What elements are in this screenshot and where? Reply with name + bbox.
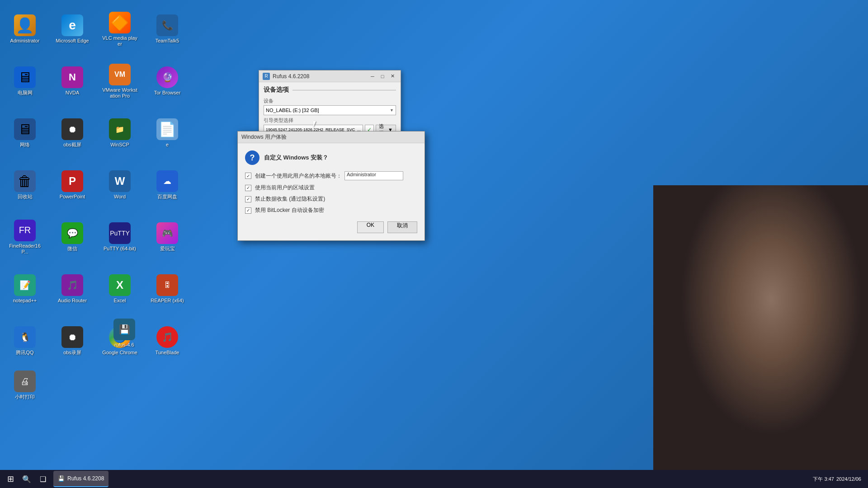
obs-jiequ-label: obs截屏 — [63, 142, 81, 148]
obs-rec-icon: ⏺ — [61, 326, 83, 348]
rufus-titlebar[interactable]: R Rufus 4.6.2208 ─ □ ✕ — [259, 70, 401, 82]
icon-tuneblade[interactable]: 🎵 TuneBlade — [147, 316, 188, 366]
icon-appgame[interactable]: 🎮 爱玩宝 — [147, 212, 188, 262]
icon-obs-rec[interactable]: ⏺ obs录屏 — [52, 316, 93, 366]
word-label: Word — [114, 194, 126, 200]
icon-network[interactable]: 🖥 网络 — [5, 108, 45, 158]
notepad-icon: 📝 — [14, 274, 36, 296]
win-ux-checkbox-4[interactable] — [245, 207, 251, 214]
notepad-label: notepad++ — [13, 298, 37, 304]
rufus-maximize-btn[interactable]: □ — [378, 72, 387, 80]
taskbar-taskview-btn[interactable]: ❑ — [35, 471, 51, 487]
taskbar-apps: 💾 Rufus 4.6.2208 — [53, 471, 108, 487]
icon-diannao-wangzhan[interactable]: 🖥 电脑网 — [5, 56, 45, 106]
win-ux-cancel-btn[interactable]: 取消 — [387, 221, 417, 233]
nvda-label: NVDA — [66, 90, 80, 96]
icon-putty[interactable]: PuTTY PuTTY (64-bit) — [99, 212, 140, 262]
taskbar-date: 2024/12/06 — [836, 476, 861, 482]
icon-rufus-desktop[interactable]: 💾 rufus-4.6 — [104, 316, 145, 350]
icon-microsoft-edge[interactable]: e Microsoft Edge — [52, 5, 93, 54]
win-ux-checkbox-1[interactable] — [245, 173, 251, 179]
chrome-label: Google Chrome — [102, 350, 137, 356]
icon-notepad-pp[interactable]: 📝 notepad++ — [5, 264, 45, 314]
rufus-desktop-label: rufus-4.6 — [114, 342, 134, 348]
diannaowang-label: 电脑网 — [18, 90, 33, 96]
taskbar-rufus-app[interactable]: 💾 Rufus 4.6.2208 — [53, 471, 108, 487]
win-ux-option-3: 禁止数据收集 (通过隐私设置) — [245, 195, 417, 203]
reaper-label: REAPER (x64) — [151, 298, 184, 304]
icon-reaper[interactable]: 🎛 REAPER (x64) — [147, 264, 188, 314]
icon-excel[interactable]: X Excel — [99, 264, 140, 314]
taskbar-search-btn[interactable]: 🔍 — [19, 471, 35, 487]
icon-finereader[interactable]: FR FineReader16P... — [5, 212, 45, 262]
edge-label: Microsoft Edge — [56, 38, 89, 44]
rufus-desktop-icon: 💾 — [113, 319, 135, 340]
network-label: 网络 — [20, 142, 30, 148]
ppt-icon: P — [61, 170, 83, 192]
trash-icon: 🗑 — [14, 170, 36, 192]
audiorouter-label: Audio Router — [58, 298, 87, 304]
win-ux-option-1: 创建一个使用此用户名的本地账号： Administrator — [245, 171, 417, 180]
taskbar-start-btn[interactable]: ⊞ — [2, 471, 19, 487]
rufus-window-controls: ─ □ ✕ — [368, 72, 397, 80]
wechat-label: 微信 — [67, 246, 77, 252]
vlc-icon: 🔶 — [109, 12, 131, 33]
rufus-device-select[interactable]: NO_LABEL (E:) [32 GB] ▼ — [264, 105, 396, 115]
win-ux-ok-btn[interactable]: OK — [357, 221, 384, 233]
icon-nvda[interactable]: N NVDA — [52, 56, 93, 106]
icon-audio-router[interactable]: 🎵 Audio Router — [52, 264, 93, 314]
icon-placeholder-e[interactable]: 📄 e — [147, 108, 188, 158]
icon-qqchat[interactable]: 🐧 腾讯QQ — [5, 316, 45, 366]
win-ux-question-icon: ? — [245, 150, 259, 165]
finereader-icon: FR — [14, 220, 36, 241]
excel-icon: X — [109, 274, 131, 296]
printer-label: 小时打印 — [15, 394, 35, 400]
win-ux-options: 创建一个使用此用户名的本地账号： Administrator 使用当前用户的区域… — [245, 171, 417, 214]
win-ux-dialog: Windows 用户体验 ? 自定义 Windows 安装？ 创建一个使用此用户… — [237, 131, 425, 241]
win-ux-option3-label: 禁止数据收集 (通过隐私设置) — [255, 195, 325, 203]
icon-vmware[interactable]: VM VMware Workstation Pro — [99, 56, 140, 106]
icon-printer[interactable]: 🖨 小时打印 — [5, 368, 45, 402]
printer-icon: 🖨 — [14, 371, 36, 392]
icon-obs-jiequ[interactable]: ⏺ obs截屏 — [52, 108, 93, 158]
appgame-icon: 🎮 — [156, 222, 178, 244]
win-ux-buttons: OK 取消 — [245, 221, 417, 233]
wechat-icon: 💬 — [61, 222, 83, 244]
icon-winscp[interactable]: 📁 WinSCP — [99, 108, 140, 158]
win-ux-username-input[interactable]: Administrator — [344, 171, 403, 180]
rufus-device-label: 设备 — [264, 98, 396, 104]
putty-label: PuTTY (64-bit) — [104, 246, 136, 252]
teamtalk-icon: 📞 — [156, 14, 178, 36]
obs-rec-label: obs录屏 — [63, 350, 81, 356]
teamtalk-label: TeamTalk5 — [156, 38, 179, 44]
desktop: 👤 Administrator e Microsoft Edge 🔶 VLC m… — [0, 0, 868, 488]
icon-administrator[interactable]: 👤 Administrator — [5, 5, 45, 54]
icon-tor-browser[interactable]: 🔮 Tor Browser — [147, 56, 188, 106]
rufus-device-section-title: 设备选项 — [264, 86, 396, 94]
icon-teamtalk5[interactable]: 📞 TeamTalk5 — [147, 5, 188, 54]
win-ux-titlebar[interactable]: Windows 用户体验 — [238, 131, 425, 143]
putty-icon: PuTTY — [109, 222, 131, 244]
icon-baidu[interactable]: ☁ 百度网盘 — [147, 160, 188, 210]
win-ux-checkbox-3[interactable] — [245, 196, 251, 202]
rufus-minimize-btn[interactable]: ─ — [368, 72, 377, 80]
icon-vlc[interactable]: 🔶 VLC media player — [99, 5, 140, 54]
taskview-icon: ❑ — [40, 475, 46, 483]
administrator-label: Administrator — [10, 38, 40, 44]
win-ux-checkbox-2[interactable] — [245, 185, 251, 191]
icon-wechat[interactable]: 💬 微信 — [52, 212, 93, 262]
video-content — [653, 185, 868, 470]
trash-label: 回收站 — [18, 194, 33, 200]
rufus-close-btn[interactable]: ✕ — [388, 72, 397, 80]
win-ux-header: ? 自定义 Windows 安装？ — [245, 150, 417, 165]
rufus-boot-label: 引导类型选择 — [264, 117, 396, 124]
diannaowang-icon: 🖥 — [14, 66, 36, 88]
taskbar: ⊞ 🔍 ❑ 💾 Rufus 4.6.2208 下午 3:47 2024/12/0… — [0, 470, 868, 488]
icon-huishou-zhan[interactable]: 🗑 回收站 — [5, 160, 45, 210]
win-ux-option2-label: 使用当前用户的区域设置 — [255, 184, 315, 192]
appgame-label: 爱玩宝 — [160, 246, 175, 252]
icon-powerpoint[interactable]: P PowerPoint — [52, 160, 93, 210]
video-person — [653, 185, 868, 470]
placeholder-label: e — [166, 142, 169, 148]
icon-word[interactable]: W Word — [99, 160, 140, 210]
